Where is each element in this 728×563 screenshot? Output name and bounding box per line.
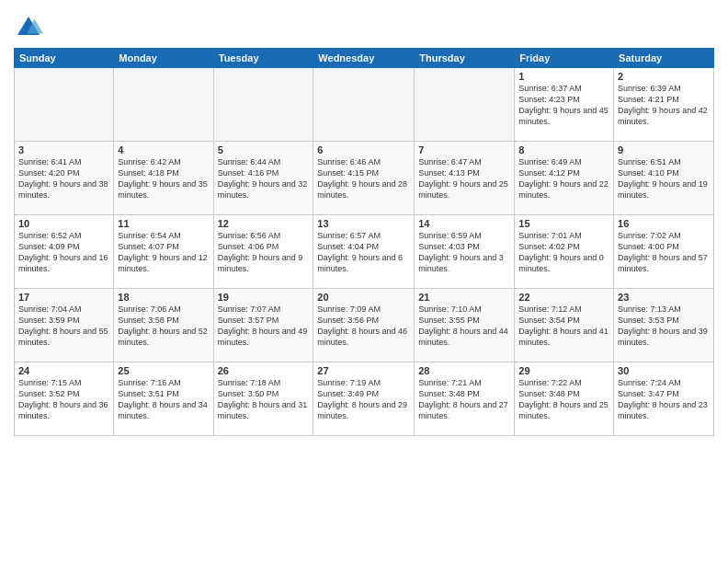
day-number: 11 [118, 218, 209, 229]
day-number: 4 [118, 144, 209, 155]
day-number: 25 [118, 365, 209, 376]
weekday-header-tuesday: Tuesday [213, 49, 313, 68]
weekday-header-row: SundayMondayTuesdayWednesdayThursdayFrid… [15, 49, 714, 68]
weekday-header-saturday: Saturday [614, 49, 714, 68]
week-row-3: 10Sunrise: 6:52 AMSunset: 4:09 PMDayligh… [15, 215, 714, 289]
day-cell: 17Sunrise: 7:04 AMSunset: 3:59 PMDayligh… [15, 289, 114, 362]
day-cell: 6Sunrise: 6:46 AMSunset: 4:15 PMDaylight… [313, 142, 415, 215]
day-cell: 24Sunrise: 7:15 AMSunset: 3:52 PMDayligh… [15, 362, 114, 436]
logo [14, 13, 47, 42]
day-info: Sunrise: 7:16 AMSunset: 3:51 PMDaylight:… [118, 377, 209, 422]
day-info: Sunrise: 6:41 AMSunset: 4:20 PMDaylight:… [18, 156, 109, 201]
day-info: Sunrise: 6:46 AMSunset: 4:15 PMDaylight:… [317, 156, 410, 201]
day-number: 24 [18, 365, 109, 376]
day-number: 5 [218, 144, 310, 155]
day-cell: 4Sunrise: 6:42 AMSunset: 4:18 PMDaylight… [114, 142, 213, 215]
day-info: Sunrise: 6:56 AMSunset: 4:06 PMDaylight:… [218, 230, 310, 275]
day-cell: 2Sunrise: 6:39 AMSunset: 4:21 PMDaylight… [614, 68, 714, 142]
day-cell: 26Sunrise: 7:18 AMSunset: 3:50 PMDayligh… [213, 362, 313, 436]
day-info: Sunrise: 6:59 AMSunset: 4:03 PMDaylight:… [418, 230, 510, 275]
day-cell: 25Sunrise: 7:16 AMSunset: 3:51 PMDayligh… [114, 362, 213, 436]
day-number: 21 [418, 292, 510, 303]
day-info: Sunrise: 6:52 AMSunset: 4:09 PMDaylight:… [18, 230, 109, 275]
weekday-header-friday: Friday [515, 49, 614, 68]
day-cell: 28Sunrise: 7:21 AMSunset: 3:48 PMDayligh… [415, 362, 515, 436]
day-cell: 27Sunrise: 7:19 AMSunset: 3:49 PMDayligh… [313, 362, 415, 436]
day-info: Sunrise: 7:01 AMSunset: 4:02 PMDaylight:… [518, 230, 609, 275]
day-number: 16 [618, 218, 710, 229]
day-info: Sunrise: 7:06 AMSunset: 3:58 PMDaylight:… [118, 304, 209, 349]
day-cell: 16Sunrise: 7:02 AMSunset: 4:00 PMDayligh… [614, 215, 714, 289]
day-number: 9 [618, 144, 710, 155]
day-number: 23 [618, 292, 710, 303]
day-cell: 15Sunrise: 7:01 AMSunset: 4:02 PMDayligh… [515, 215, 614, 289]
day-number: 17 [18, 292, 109, 303]
day-info: Sunrise: 6:57 AMSunset: 4:04 PMDaylight:… [317, 230, 410, 275]
day-cell [415, 68, 515, 142]
calendar-table: SundayMondayTuesdayWednesdayThursdayFrid… [14, 48, 714, 436]
day-number: 29 [518, 365, 609, 376]
day-number: 18 [118, 292, 209, 303]
day-info: Sunrise: 7:07 AMSunset: 3:57 PMDaylight:… [218, 304, 310, 349]
logo-icon [14, 13, 43, 42]
week-row-4: 17Sunrise: 7:04 AMSunset: 3:59 PMDayligh… [15, 289, 714, 362]
day-cell: 14Sunrise: 6:59 AMSunset: 4:03 PMDayligh… [415, 215, 515, 289]
weekday-header-wednesday: Wednesday [313, 49, 415, 68]
day-cell: 22Sunrise: 7:12 AMSunset: 3:54 PMDayligh… [515, 289, 614, 362]
day-number: 19 [218, 292, 310, 303]
day-number: 10 [18, 218, 109, 229]
day-cell: 30Sunrise: 7:24 AMSunset: 3:47 PMDayligh… [614, 362, 714, 436]
day-cell [114, 68, 213, 142]
weekday-header-monday: Monday [114, 49, 213, 68]
day-cell: 20Sunrise: 7:09 AMSunset: 3:56 PMDayligh… [313, 289, 415, 362]
day-number: 15 [518, 218, 609, 229]
day-number: 30 [618, 365, 710, 376]
day-info: Sunrise: 7:04 AMSunset: 3:59 PMDaylight:… [18, 304, 109, 349]
day-info: Sunrise: 6:42 AMSunset: 4:18 PMDaylight:… [118, 156, 209, 201]
day-cell: 23Sunrise: 7:13 AMSunset: 3:53 PMDayligh… [614, 289, 714, 362]
day-number: 12 [218, 218, 310, 229]
day-info: Sunrise: 6:49 AMSunset: 4:12 PMDaylight:… [518, 156, 609, 201]
day-cell: 18Sunrise: 7:06 AMSunset: 3:58 PMDayligh… [114, 289, 213, 362]
day-number: 28 [418, 365, 510, 376]
week-row-5: 24Sunrise: 7:15 AMSunset: 3:52 PMDayligh… [15, 362, 714, 436]
day-info: Sunrise: 7:09 AMSunset: 3:56 PMDaylight:… [317, 304, 410, 349]
weekday-header-thursday: Thursday [415, 49, 515, 68]
day-cell: 10Sunrise: 6:52 AMSunset: 4:09 PMDayligh… [15, 215, 114, 289]
day-number: 2 [618, 71, 710, 82]
day-number: 6 [317, 144, 410, 155]
day-number: 8 [518, 144, 609, 155]
day-info: Sunrise: 6:47 AMSunset: 4:13 PMDaylight:… [418, 156, 510, 201]
day-cell: 8Sunrise: 6:49 AMSunset: 4:12 PMDaylight… [515, 142, 614, 215]
day-cell [213, 68, 313, 142]
day-number: 3 [18, 144, 109, 155]
day-info: Sunrise: 7:22 AMSunset: 3:48 PMDaylight:… [518, 377, 609, 422]
day-info: Sunrise: 7:18 AMSunset: 3:50 PMDaylight:… [218, 377, 310, 422]
day-info: Sunrise: 6:51 AMSunset: 4:10 PMDaylight:… [618, 156, 710, 201]
day-cell: 5Sunrise: 6:44 AMSunset: 4:16 PMDaylight… [213, 142, 313, 215]
day-cell: 19Sunrise: 7:07 AMSunset: 3:57 PMDayligh… [213, 289, 313, 362]
day-cell: 13Sunrise: 6:57 AMSunset: 4:04 PMDayligh… [313, 215, 415, 289]
day-cell: 21Sunrise: 7:10 AMSunset: 3:55 PMDayligh… [415, 289, 515, 362]
week-row-1: 1Sunrise: 6:37 AMSunset: 4:23 PMDaylight… [15, 68, 714, 142]
day-info: Sunrise: 6:37 AMSunset: 4:23 PMDaylight:… [518, 83, 609, 128]
day-number: 14 [418, 218, 510, 229]
week-row-2: 3Sunrise: 6:41 AMSunset: 4:20 PMDaylight… [15, 142, 714, 215]
page-header [14, 9, 714, 42]
day-number: 27 [317, 365, 410, 376]
day-info: Sunrise: 7:24 AMSunset: 3:47 PMDaylight:… [618, 377, 710, 422]
day-info: Sunrise: 7:02 AMSunset: 4:00 PMDaylight:… [618, 230, 710, 275]
day-cell [313, 68, 415, 142]
day-info: Sunrise: 7:21 AMSunset: 3:48 PMDaylight:… [418, 377, 510, 422]
day-number: 20 [317, 292, 410, 303]
day-cell [15, 68, 114, 142]
day-cell: 12Sunrise: 6:56 AMSunset: 4:06 PMDayligh… [213, 215, 313, 289]
day-info: Sunrise: 7:13 AMSunset: 3:53 PMDaylight:… [618, 304, 710, 349]
day-number: 1 [518, 71, 609, 82]
day-number: 22 [518, 292, 609, 303]
day-number: 13 [317, 218, 410, 229]
day-info: Sunrise: 7:15 AMSunset: 3:52 PMDaylight:… [18, 377, 109, 422]
day-cell: 29Sunrise: 7:22 AMSunset: 3:48 PMDayligh… [515, 362, 614, 436]
day-number: 26 [218, 365, 310, 376]
weekday-header-sunday: Sunday [15, 49, 114, 68]
